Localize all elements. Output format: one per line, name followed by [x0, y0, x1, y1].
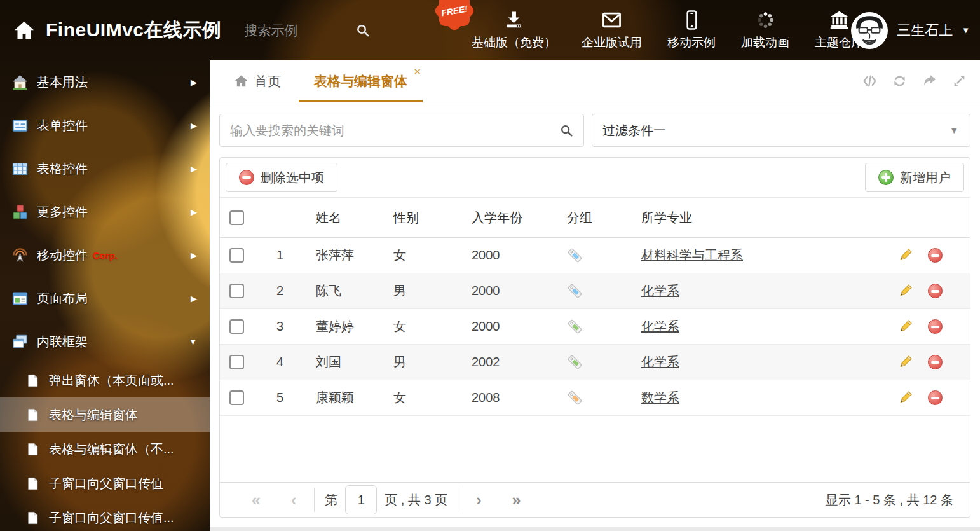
edit-pencil-icon[interactable]: [897, 354, 913, 370]
sidebar-subitem[interactable]: 弹出窗体（本页面或...: [0, 363, 210, 397]
frames-icon: [11, 333, 29, 350]
row-number: 5: [261, 390, 316, 405]
tab-home[interactable]: 首页: [217, 60, 297, 102]
sidebar-submenu: 弹出窗体（本页面或... 表格与编辑窗体 表格与编辑窗体（不... 子窗口向父窗…: [0, 363, 210, 531]
sidebar-subitem[interactable]: 子窗口向父窗口传值...: [0, 500, 210, 531]
edit-pencil-icon[interactable]: [897, 390, 913, 406]
header-nav-item[interactable]: 移动示例: [667, 10, 716, 51]
edit-pencil-icon[interactable]: [897, 247, 913, 263]
sidebar-item[interactable]: 内联框架 ▼: [0, 320, 210, 363]
tab-bar: 首页 表格与编辑窗体 ✕: [210, 60, 980, 102]
spinner-icon: [755, 10, 776, 31]
user-menu[interactable]: 三生石上 ▼: [851, 0, 970, 60]
cell-gender: 女: [393, 318, 472, 335]
search-icon[interactable]: [559, 123, 573, 137]
cell-year: 2000: [472, 284, 567, 298]
sidebar-item[interactable]: 页面布局 ▶: [0, 277, 210, 320]
last-page-button[interactable]: »: [512, 492, 521, 508]
forward-icon[interactable]: [922, 73, 937, 89]
sidebar-item[interactable]: 表单控件 ▶: [0, 104, 210, 147]
cell-year: 2000: [472, 248, 567, 263]
row-checkbox[interactable]: [229, 284, 244, 298]
download-icon: [503, 10, 524, 31]
header-nav-item[interactable]: 企业版试用: [582, 10, 642, 51]
sidebar-subitem[interactable]: 表格与编辑窗体（不...: [0, 432, 210, 466]
cubes-icon: [11, 203, 29, 221]
app-header: FineUIMvc在线示例 FREE! 基础版（免费） 企业版试用 移动示例 加…: [0, 0, 980, 60]
major-link[interactable]: 化学系: [641, 355, 679, 369]
row-number: 2: [261, 284, 316, 298]
cell-gender: 女: [393, 389, 472, 406]
house-color-icon: [11, 74, 29, 91]
delete-selected-button[interactable]: 删除选中项: [226, 163, 337, 192]
expand-icon[interactable]: [951, 73, 967, 89]
row-checkbox[interactable]: [229, 355, 244, 369]
header-search-input[interactable]: [243, 22, 348, 39]
home-icon: [234, 74, 248, 88]
tab-grid-edit-window[interactable]: 表格与编辑窗体 ✕: [297, 60, 424, 102]
keyword-search-input[interactable]: [220, 123, 559, 138]
sidebar-item[interactable]: 表格控件 ▶: [0, 147, 210, 190]
cell-year: 2002: [472, 355, 567, 369]
cell-name: 陈飞: [316, 282, 393, 300]
page-suffix: 页 , 共 3 页: [385, 492, 447, 509]
header-nav-item[interactable]: 基础版（免费）: [472, 10, 556, 51]
file-icon: [25, 408, 40, 422]
delete-row-icon[interactable]: [928, 319, 943, 334]
next-page-button[interactable]: ›: [476, 492, 481, 508]
prev-page-button[interactable]: ‹: [291, 492, 296, 508]
row-checkbox[interactable]: [229, 248, 244, 263]
filter-dropdown[interactable]: 过滤条件一 ▼: [592, 114, 970, 147]
delete-row-icon[interactable]: [928, 284, 943, 298]
sidebar-subitem[interactable]: 子窗口向父窗口传值: [0, 466, 210, 500]
sidebar-item-label: 基本用法: [37, 74, 88, 91]
chevron-icon: ▶: [191, 207, 197, 217]
close-icon[interactable]: ✕: [413, 66, 421, 78]
add-user-label: 新增用户: [900, 169, 951, 186]
code-icon[interactable]: [862, 73, 878, 89]
delete-row-icon[interactable]: [928, 355, 943, 369]
first-page-button[interactable]: «: [252, 492, 261, 508]
edit-pencil-icon[interactable]: [897, 319, 913, 334]
cell-year: 2008: [472, 390, 567, 405]
search-icon[interactable]: [355, 23, 370, 38]
home-icon[interactable]: [13, 19, 36, 42]
delete-row-icon[interactable]: [928, 248, 943, 263]
chevron-icon: ▶: [191, 78, 197, 87]
cell-gender: 男: [393, 354, 472, 371]
add-user-button[interactable]: 新增用户: [865, 163, 964, 192]
cell-gender: 女: [393, 247, 472, 264]
nav-item-label: 企业版试用: [582, 34, 642, 51]
select-all-checkbox[interactable]: [229, 210, 244, 225]
sidebar-item-label: 页面布局: [37, 290, 88, 307]
row-checkbox[interactable]: [229, 390, 244, 405]
delete-row-icon[interactable]: [928, 390, 943, 405]
major-link[interactable]: 化学系: [641, 284, 679, 298]
cell-gender: 男: [393, 282, 472, 300]
major-link[interactable]: 材料科学与工程系: [641, 248, 743, 262]
row-checkbox[interactable]: [229, 319, 244, 334]
major-link[interactable]: 化学系: [641, 319, 679, 333]
main-content: 首页 表格与编辑窗体 ✕ 过滤条件一 ▼ 删除选中项 新增用户: [210, 60, 980, 531]
sidebar-item[interactable]: 移动控件 Corp. ▶: [0, 233, 210, 277]
keyword-search-box: [219, 114, 584, 147]
refresh-icon[interactable]: [892, 73, 908, 89]
sidebar-subitem-label: 子窗口向父窗口传值: [49, 475, 163, 492]
edit-pencil-icon[interactable]: [897, 283, 913, 299]
sidebar-subitem-label: 表格与编辑窗体: [49, 406, 138, 424]
sidebar-item[interactable]: 更多控件 ▶: [0, 190, 210, 233]
caret-down-icon: ▼: [949, 125, 958, 135]
page-number-input[interactable]: [345, 485, 377, 514]
sidebar-subitem[interactable]: 表格与编辑窗体: [0, 397, 210, 432]
grid-header-row: 姓名 性别 入学年份 分组 所学专业: [220, 198, 970, 238]
pagination-bar: « ‹ 第 页 , 共 3 页 › » 显示 1 - 5 条 , 共 12 条: [220, 482, 970, 517]
cell-name: 张萍萍: [316, 247, 393, 264]
record-summary: 显示 1 - 5 条 , 共 12 条: [826, 492, 953, 509]
header-nav: FREE! 基础版（免费） 企业版试用 移动示例 加载动画 主题仓库: [472, 0, 863, 60]
row-number: 4: [261, 355, 316, 369]
header-nav-item[interactable]: 加载动画: [741, 10, 789, 51]
major-link[interactable]: 数学系: [641, 390, 679, 404]
sidebar-item[interactable]: 基本用法 ▶: [0, 60, 210, 104]
row-number: 3: [261, 319, 316, 334]
table-row: 3 董婷婷 女 2000 化学系: [220, 309, 970, 345]
